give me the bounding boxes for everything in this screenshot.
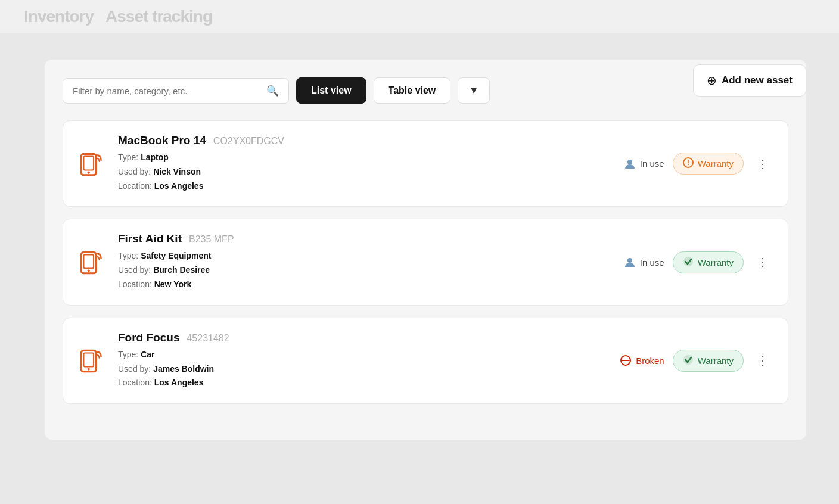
warranty-label: Warranty bbox=[698, 257, 734, 267]
asset-meta: Type: Safety Equipment Used by: Burch De… bbox=[118, 249, 234, 291]
asset-used-by: Used by: Burch Desiree bbox=[118, 263, 234, 278]
asset-name: MacBook Pro 14 bbox=[118, 134, 206, 147]
svg-rect-7 bbox=[83, 255, 94, 269]
asset-left: Ford Focus 45231482 Type: Car Used by: J… bbox=[77, 331, 229, 390]
svg-point-3 bbox=[627, 160, 632, 164]
asset-left: MacBook Pro 14 CO2YX0FDGCV Type: Laptop … bbox=[77, 134, 284, 193]
warranty-icon bbox=[683, 354, 694, 367]
asset-right: In use Warranty ⋮ bbox=[624, 251, 773, 273]
main-panel: 🔍 List view Table view ▼ MacBook Pro 14 … bbox=[45, 60, 806, 440]
asset-left: First Aid Kit B235 MFP Type: Safety Equi… bbox=[77, 232, 234, 291]
svg-rect-1 bbox=[83, 156, 94, 170]
asset-card: First Aid Kit B235 MFP Type: Safety Equi… bbox=[63, 219, 788, 305]
asset-icon bbox=[77, 346, 107, 375]
search-icon: 🔍 bbox=[266, 85, 279, 97]
asset-code: 45231482 bbox=[187, 333, 229, 344]
asset-type: Type: Safety Equipment bbox=[118, 249, 234, 263]
list-view-button[interactable]: List view bbox=[296, 77, 366, 104]
warranty-label: Warranty bbox=[698, 158, 734, 169]
search-box[interactable]: 🔍 bbox=[63, 78, 289, 104]
add-asset-button[interactable]: ⊕ Add new asset bbox=[693, 64, 806, 97]
toolbar: 🔍 List view Table view ▼ bbox=[63, 77, 788, 104]
warranty-badge: Warranty bbox=[673, 350, 744, 372]
asset-name: First Aid Kit bbox=[118, 232, 182, 245]
svg-point-9 bbox=[627, 258, 632, 263]
warranty-badge: ! Warranty bbox=[673, 153, 744, 175]
more-options-button[interactable]: ⋮ bbox=[752, 351, 773, 370]
asset-icon bbox=[77, 149, 107, 179]
status-label: In use bbox=[640, 158, 664, 169]
asset-info: First Aid Kit B235 MFP Type: Safety Equi… bbox=[118, 232, 234, 291]
asset-type: Type: Laptop bbox=[118, 151, 284, 165]
asset-title: Ford Focus 45231482 bbox=[118, 331, 229, 344]
svg-point-2 bbox=[88, 171, 90, 173]
filter-icon: ▼ bbox=[469, 85, 478, 95]
asset-right: Broken Warranty ⋮ bbox=[620, 350, 773, 372]
asset-title: MacBook Pro 14 CO2YX0FDGCV bbox=[118, 134, 284, 147]
asset-name: Ford Focus bbox=[118, 331, 179, 344]
top-bar: Inventory Asset tracking bbox=[0, 0, 839, 33]
table-view-button[interactable]: Table view bbox=[374, 77, 451, 104]
warranty-badge: Warranty bbox=[673, 251, 744, 273]
more-options-button[interactable]: ⋮ bbox=[752, 253, 773, 272]
top-bar-title2: Asset tracking bbox=[105, 7, 212, 26]
more-options-button[interactable]: ⋮ bbox=[752, 154, 773, 173]
status-badge: In use bbox=[624, 158, 664, 170]
asset-right: In use ! Warranty ⋮ bbox=[624, 153, 773, 175]
filter-button[interactable]: ▼ bbox=[458, 77, 490, 104]
asset-used-by: Used by: Nick Vinson bbox=[118, 165, 284, 179]
asset-location: Location: Los Angeles bbox=[118, 376, 229, 390]
asset-meta: Type: Car Used by: James Boldwin Locatio… bbox=[118, 348, 229, 390]
asset-location: Location: Los Angeles bbox=[118, 179, 284, 194]
warranty-icon: ! bbox=[683, 157, 694, 170]
status-label: In use bbox=[640, 257, 664, 267]
asset-meta: Type: Laptop Used by: Nick Vinson Locati… bbox=[118, 151, 284, 193]
asset-card: Ford Focus 45231482 Type: Car Used by: J… bbox=[63, 318, 788, 404]
search-input[interactable] bbox=[73, 86, 260, 96]
plus-icon: ⊕ bbox=[707, 73, 717, 88]
asset-info: Ford Focus 45231482 Type: Car Used by: J… bbox=[118, 331, 229, 390]
asset-card: MacBook Pro 14 CO2YX0FDGCV Type: Laptop … bbox=[63, 120, 788, 207]
asset-info: MacBook Pro 14 CO2YX0FDGCV Type: Laptop … bbox=[118, 134, 284, 193]
svg-rect-12 bbox=[83, 353, 94, 367]
asset-used-by: Used by: James Boldwin bbox=[118, 362, 229, 377]
add-asset-label: Add new asset bbox=[722, 74, 793, 86]
svg-text:!: ! bbox=[687, 159, 689, 166]
warranty-label: Warranty bbox=[698, 356, 734, 366]
asset-code: B235 MFP bbox=[189, 234, 234, 245]
broken-badge: Broken bbox=[620, 354, 664, 366]
warranty-icon bbox=[683, 256, 694, 269]
status-badge: In use bbox=[624, 256, 664, 268]
broken-label: Broken bbox=[636, 356, 664, 366]
top-bar-title1: Inventory bbox=[24, 7, 94, 26]
asset-type: Type: Car bbox=[118, 348, 229, 362]
asset-title: First Aid Kit B235 MFP bbox=[118, 232, 234, 245]
asset-code: CO2YX0FDGCV bbox=[213, 136, 284, 147]
asset-location: Location: New York bbox=[118, 278, 234, 292]
asset-icon bbox=[77, 247, 107, 277]
asset-list: MacBook Pro 14 CO2YX0FDGCV Type: Laptop … bbox=[63, 120, 788, 404]
svg-point-13 bbox=[88, 368, 90, 371]
svg-point-8 bbox=[88, 270, 90, 272]
